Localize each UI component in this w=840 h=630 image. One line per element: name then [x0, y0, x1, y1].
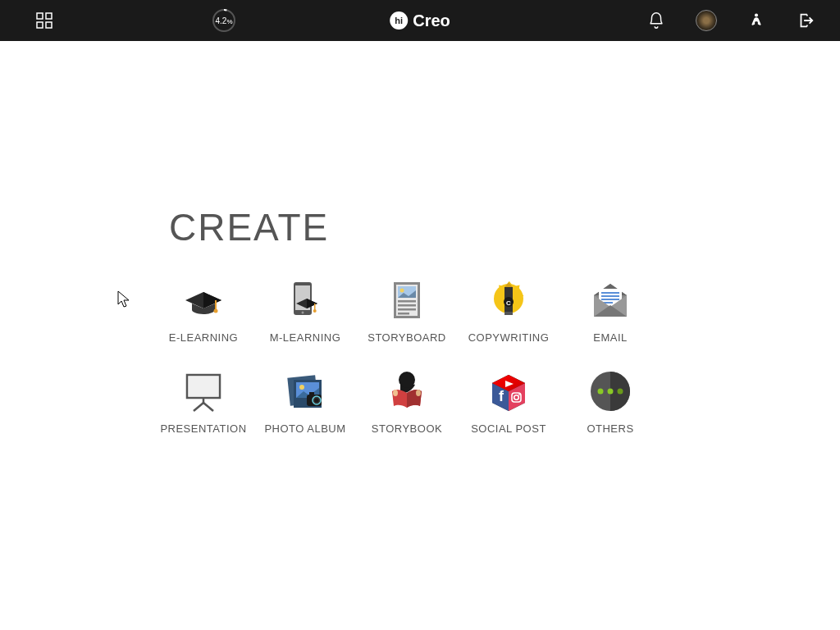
- tile-email[interactable]: EMAIL: [559, 277, 661, 344]
- top-bar: 4.2% hi Creo: [0, 0, 840, 41]
- progress-value: 4.2%: [215, 16, 232, 25]
- tile-label: PHOTO ALBUM: [264, 422, 345, 435]
- social-post-icon: f: [486, 368, 532, 414]
- svg-point-51: [518, 394, 520, 395]
- svg-rect-33: [189, 377, 218, 396]
- tile-photoalbum[interactable]: PHOTO ALBUM: [254, 368, 356, 435]
- tile-label: PRESENTATION: [160, 422, 246, 435]
- storyboard-icon: [384, 277, 430, 323]
- tile-storybook[interactable]: STORYBOOK: [356, 368, 458, 435]
- svg-rect-21: [398, 313, 409, 315]
- svg-line-36: [203, 403, 213, 411]
- tile-copywriting[interactable]: C COPYWRITING: [458, 277, 559, 344]
- svg-rect-7: [215, 300, 217, 310]
- create-grid: E-LEARNING M-LEARNING: [153, 277, 840, 435]
- svg-rect-44: [309, 392, 314, 395]
- tile-elearning[interactable]: E-LEARNING: [153, 277, 254, 344]
- avatar[interactable]: [696, 10, 717, 31]
- svg-point-43: [315, 399, 319, 403]
- tile-label: STORYBOARD: [368, 331, 446, 344]
- tile-others[interactable]: OTHERS: [559, 368, 661, 435]
- photo-album-icon: [282, 368, 328, 414]
- graduation-cap-icon: [180, 277, 226, 323]
- logout-icon[interactable]: [796, 11, 815, 30]
- tile-label: E-LEARNING: [169, 331, 238, 344]
- svg-rect-0: [37, 13, 43, 19]
- copywriting-icon: C: [486, 277, 532, 323]
- svg-point-13: [313, 309, 317, 313]
- svg-rect-3: [46, 22, 52, 28]
- tile-presentation[interactable]: PRESENTATION: [153, 368, 254, 435]
- logo-text: Creo: [413, 11, 450, 30]
- notifications-icon[interactable]: [646, 11, 666, 30]
- svg-point-40: [299, 385, 304, 390]
- topbar-right: [646, 10, 832, 31]
- topbar-left: 4.2%: [8, 8, 236, 33]
- tile-label: STORYBOOK: [372, 422, 442, 435]
- svg-point-47: [416, 390, 421, 396]
- presentation-icon: [180, 368, 226, 414]
- tile-label: EMAIL: [593, 331, 628, 344]
- tile-label: OTHERS: [587, 422, 633, 435]
- tile-socialpost[interactable]: f SOCIAL POST: [458, 368, 559, 435]
- more-icon: [587, 368, 633, 414]
- logo-badge: hi: [390, 11, 408, 30]
- svg-point-17: [400, 289, 404, 293]
- svg-rect-18: [398, 300, 416, 303]
- main-content: CREATE E-LEARNING: [0, 41, 840, 435]
- svg-point-55: [618, 389, 623, 395]
- page-title: CREATE: [169, 205, 840, 249]
- svg-text:C: C: [506, 299, 511, 307]
- svg-rect-1: [46, 13, 52, 19]
- storybook-icon: [384, 368, 430, 414]
- svg-point-8: [214, 309, 218, 313]
- svg-rect-30: [601, 299, 619, 300]
- svg-point-46: [393, 390, 398, 396]
- tile-label: SOCIAL POST: [471, 422, 546, 435]
- svg-point-54: [608, 389, 614, 395]
- svg-rect-24: [504, 312, 513, 315]
- svg-point-53: [598, 389, 604, 395]
- meditation-icon[interactable]: [746, 11, 766, 30]
- apps-grid-icon[interactable]: [34, 11, 54, 30]
- email-icon: [587, 277, 633, 323]
- tile-label: COPYWRITING: [468, 331, 550, 344]
- svg-rect-28: [601, 292, 619, 294]
- svg-point-6: [755, 14, 758, 17]
- svg-rect-19: [398, 304, 416, 307]
- mobile-learning-icon: [282, 277, 328, 323]
- logo[interactable]: hi Creo: [390, 11, 450, 30]
- svg-line-35: [194, 403, 203, 411]
- tile-storyboard[interactable]: STORYBOARD: [356, 277, 458, 344]
- tile-mlearning[interactable]: M-LEARNING: [254, 277, 356, 344]
- svg-rect-2: [37, 22, 43, 28]
- svg-rect-12: [314, 304, 316, 310]
- svg-rect-29: [601, 295, 619, 297]
- tile-label: M-LEARNING: [270, 331, 341, 344]
- progress-indicator[interactable]: 4.2%: [212, 8, 236, 33]
- svg-point-11: [302, 312, 304, 314]
- svg-rect-20: [398, 308, 416, 311]
- svg-text:f: f: [499, 388, 504, 404]
